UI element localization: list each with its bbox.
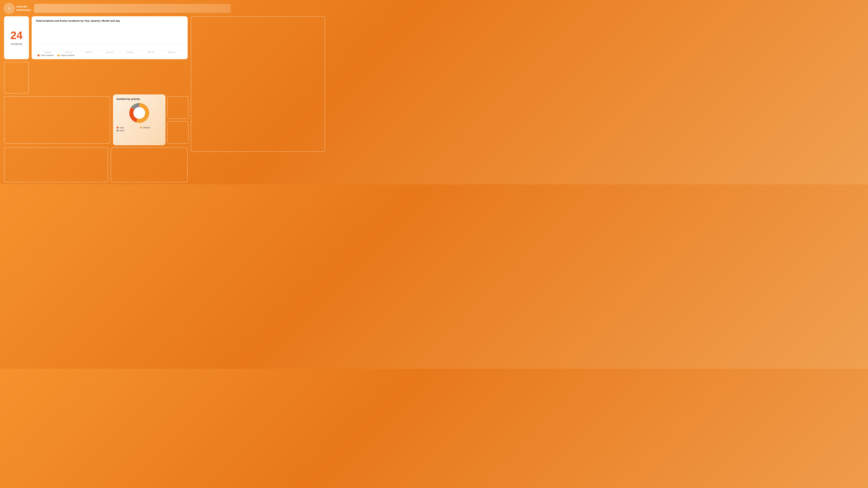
total-incidents-dot	[37, 55, 39, 57]
legend-medium: Medium	[140, 127, 162, 129]
active-incidents-dot	[57, 55, 59, 57]
logo-circle: N	[4, 3, 14, 13]
chart-legend: Total Incidents Active Incidents	[36, 54, 184, 57]
svg-point-6	[133, 107, 145, 119]
search-bar[interactable]	[34, 4, 231, 13]
svg-text:N: N	[8, 6, 10, 10]
placeholder-row3-left	[4, 147, 108, 182]
placeholder-below-incidents	[4, 62, 29, 94]
incidents-count: 24	[10, 30, 22, 41]
donut-chart-svg	[127, 102, 152, 124]
priority-card: Incident by priority	[113, 94, 165, 145]
placeholder-row2-right-bottom	[167, 121, 188, 144]
logo-container: N nationale nederlanden	[4, 3, 31, 13]
legend-none: None	[117, 129, 138, 132]
incidents-card: 24 Incidents	[4, 16, 29, 59]
donut-chart-container	[117, 102, 162, 124]
chart-area	[36, 24, 184, 51]
placeholder-row2-right-top	[167, 96, 188, 119]
placeholder-row3-mid	[111, 147, 188, 182]
placeholder-row2-left	[4, 96, 110, 144]
legend-active-label: Active Incidents	[61, 54, 75, 57]
nn-logo-icon: N	[6, 5, 12, 11]
priority-title: Incident by priority	[117, 98, 162, 100]
placeholder-right-large	[191, 16, 325, 152]
chart-card: Total Incidents and Active Incidents by …	[32, 16, 188, 59]
chart-title: Total Incidents and Active Incidents by …	[36, 20, 184, 22]
incidents-label: Incidents	[11, 42, 22, 46]
chart-x-labels: 2020 Apr 2020 Jul 2020 Oct 2021 Jan 2021…	[36, 51, 184, 53]
logo-text: nationale nederlanden	[16, 5, 31, 12]
legend-high: High	[117, 127, 138, 129]
priority-legend: High Medium None	[117, 127, 162, 132]
legend-total-label: Total Incidents	[41, 54, 54, 57]
